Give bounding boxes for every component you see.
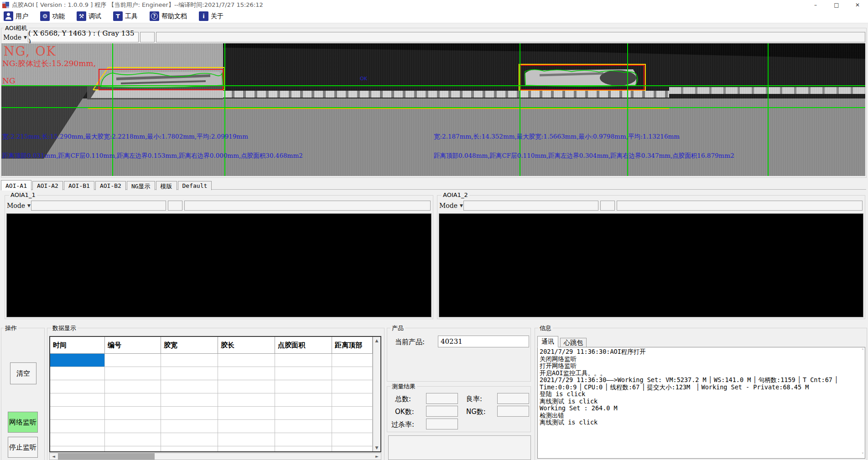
app-window: { "window": { "title": "点胶AOI [ Version … xyxy=(0,0,868,460)
table-cell[interactable] xyxy=(105,433,161,446)
tab-aoi-b2[interactable]: AOI-B2 xyxy=(95,181,126,190)
network-listen-button[interactable]: 网络监听 xyxy=(8,412,38,433)
table-cell[interactable] xyxy=(105,420,161,433)
table-cell[interactable] xyxy=(218,446,275,452)
tab-aoi-a2[interactable]: AOI-A2 xyxy=(32,181,63,190)
current-product-field[interactable]: 40231 xyxy=(438,336,529,347)
table-cell[interactable] xyxy=(332,433,373,446)
toolbar-button-about[interactable]: i 关于 xyxy=(199,11,223,21)
table-cell[interactable] xyxy=(332,393,373,407)
tab-aoi-a1[interactable]: AOI-A1 xyxy=(1,180,31,191)
toolbar-button-tools[interactable]: T 工具 xyxy=(113,11,138,21)
table-cell[interactable] xyxy=(218,420,275,433)
table-horizontal-scrollbar[interactable]: ◄ ► xyxy=(49,453,381,460)
overkill-label: 过杀率: xyxy=(391,420,414,429)
column-header-id[interactable]: 编号 xyxy=(105,337,161,354)
table-cell[interactable] xyxy=(105,380,161,393)
table-cell[interactable] xyxy=(50,393,105,407)
panel-right-image-view[interactable] xyxy=(439,213,863,317)
table-cell[interactable] xyxy=(161,380,218,393)
table-cell[interactable] xyxy=(275,367,332,380)
table-cell[interactable] xyxy=(105,354,161,367)
table-cell[interactable] xyxy=(161,433,218,446)
total-label: 总数: xyxy=(395,395,411,403)
tab-heartbeat[interactable]: 心跳包 xyxy=(560,338,587,347)
camera-image-view[interactable]: NG, OK NG:胶体过长:15.290mm, NG OK 宽:2.215mm… xyxy=(1,43,865,176)
table-cell[interactable] xyxy=(161,354,218,367)
scroll-left-icon[interactable]: ◄ xyxy=(50,453,57,460)
communication-log[interactable]: 2021/7/29 11:36:30:AOI程序打开 关闭网络监听 打开网络监听… xyxy=(537,347,865,459)
column-header-glue-length[interactable]: 胶长 xyxy=(218,337,275,354)
panel-left-image-view[interactable] xyxy=(6,213,431,317)
table-cell[interactable] xyxy=(50,380,105,393)
table-cell[interactable] xyxy=(161,407,218,420)
table-cell[interactable] xyxy=(275,407,332,420)
table-cell[interactable] xyxy=(332,367,373,380)
table-cell[interactable] xyxy=(218,433,275,446)
tab-default[interactable]: Default xyxy=(178,181,212,190)
table-cell[interactable] xyxy=(161,420,218,433)
tab-template[interactable]: 模版 xyxy=(156,181,177,190)
table-cell[interactable] xyxy=(161,367,218,380)
scrollbar-thumb[interactable] xyxy=(58,453,155,460)
table-cell[interactable] xyxy=(332,446,373,452)
column-header-glue-width[interactable]: 胶宽 xyxy=(161,337,218,354)
toolbar-button-user[interactable]: 用户 xyxy=(4,11,28,21)
table-cell[interactable] xyxy=(105,407,161,420)
toolbar-button-debug[interactable]: ⚒ 调试 xyxy=(77,11,101,21)
camera-coordinates-field: ( X 6568, Y 1463 ) : ( Gray 135 ) xyxy=(28,32,139,42)
table-cell[interactable] xyxy=(105,367,161,380)
scroll-up-icon[interactable]: ˄ xyxy=(862,348,864,353)
stop-listen-button[interactable]: 停止监听 xyxy=(8,437,38,458)
table-cell[interactable] xyxy=(50,433,105,446)
table-cell[interactable] xyxy=(332,380,373,393)
ng-label-text: NG xyxy=(2,76,15,85)
table-cell[interactable] xyxy=(275,393,332,407)
table-vertical-scrollbar[interactable]: ▲ ▼ xyxy=(373,337,380,451)
scroll-up-icon[interactable]: ▲ xyxy=(373,337,380,344)
panel-left-mode-dropdown[interactable]: Mode▼ xyxy=(7,201,30,211)
table-cell[interactable] xyxy=(105,446,161,452)
scroll-down-icon[interactable]: ˅ xyxy=(862,452,864,457)
scroll-right-icon[interactable]: ► xyxy=(373,453,381,460)
table-cell[interactable] xyxy=(50,367,105,380)
table-cell[interactable] xyxy=(218,407,275,420)
column-header-glue-area[interactable]: 点胶面积 xyxy=(275,337,332,354)
table-cell[interactable] xyxy=(218,354,275,367)
table-cell[interactable] xyxy=(218,367,275,380)
table-cell[interactable] xyxy=(275,380,332,393)
table-cell[interactable] xyxy=(50,420,105,433)
panel-right-mode-dropdown[interactable]: Mode▼ xyxy=(440,201,463,211)
column-header-time[interactable]: 时间 xyxy=(50,337,105,354)
tab-communication[interactable]: 通讯 xyxy=(537,336,558,347)
table-cell[interactable] xyxy=(275,420,332,433)
table-cell-selected[interactable] xyxy=(50,354,105,367)
table-cell[interactable] xyxy=(161,393,218,407)
left-measurement-line1: 宽:2.215mm,长:15.290mm,最大胶宽:2.2218mm,最小:1.… xyxy=(2,133,248,141)
table-cell[interactable] xyxy=(50,407,105,420)
camera-mode-dropdown[interactable]: Mode▼ xyxy=(3,32,27,42)
tab-aoi-b1[interactable]: AOI-B1 xyxy=(64,181,94,190)
clear-button[interactable]: 清空 xyxy=(10,362,36,384)
table-cell[interactable] xyxy=(50,446,105,452)
column-header-distance-top[interactable]: 距离顶部 xyxy=(332,337,373,354)
table-cell[interactable] xyxy=(275,446,332,452)
close-button[interactable]: ✕ xyxy=(847,0,868,10)
table-cell[interactable] xyxy=(332,407,373,420)
maximize-button[interactable]: □ xyxy=(826,0,847,10)
table-cell[interactable] xyxy=(218,393,275,407)
toolbar-button-function[interactable]: ⚙ 功能 xyxy=(40,11,65,21)
table-cell[interactable] xyxy=(332,354,373,367)
scroll-down-icon[interactable]: ▼ xyxy=(373,444,380,451)
table-cell[interactable] xyxy=(332,420,373,433)
ng-reason-text: NG:胶体过长:15.290mm, xyxy=(2,58,96,69)
table-cell[interactable] xyxy=(275,433,332,446)
camera-field-small xyxy=(140,32,155,42)
table-cell[interactable] xyxy=(218,380,275,393)
table-cell[interactable] xyxy=(275,354,332,367)
table-cell[interactable] xyxy=(161,446,218,452)
minimize-button[interactable]: – xyxy=(805,0,826,10)
table-cell[interactable] xyxy=(105,393,161,407)
tab-ng-display[interactable]: NG显示 xyxy=(127,181,155,190)
toolbar-button-help[interactable]: ? 帮助文档 xyxy=(150,11,187,21)
